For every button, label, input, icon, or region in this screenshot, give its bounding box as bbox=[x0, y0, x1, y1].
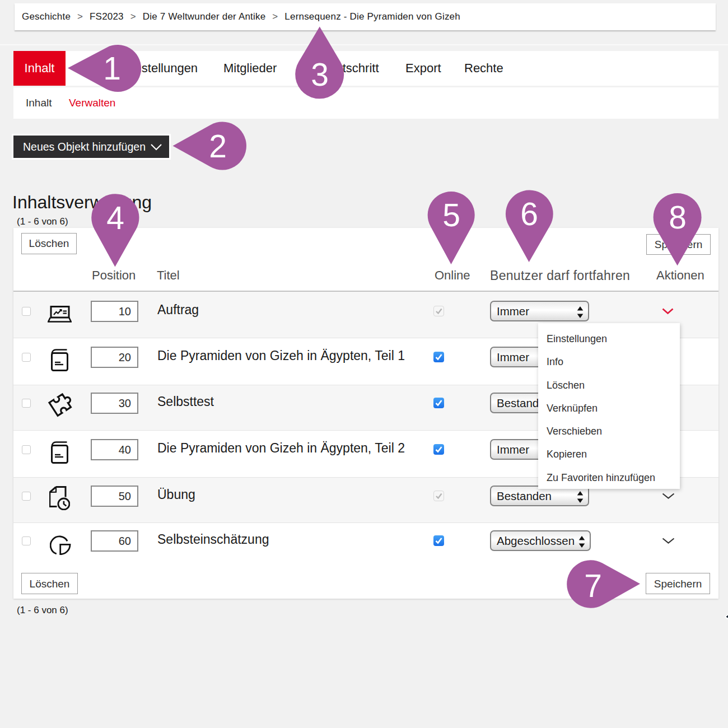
svg-text:2: 2 bbox=[209, 128, 227, 164]
svg-text:6: 6 bbox=[520, 196, 538, 232]
